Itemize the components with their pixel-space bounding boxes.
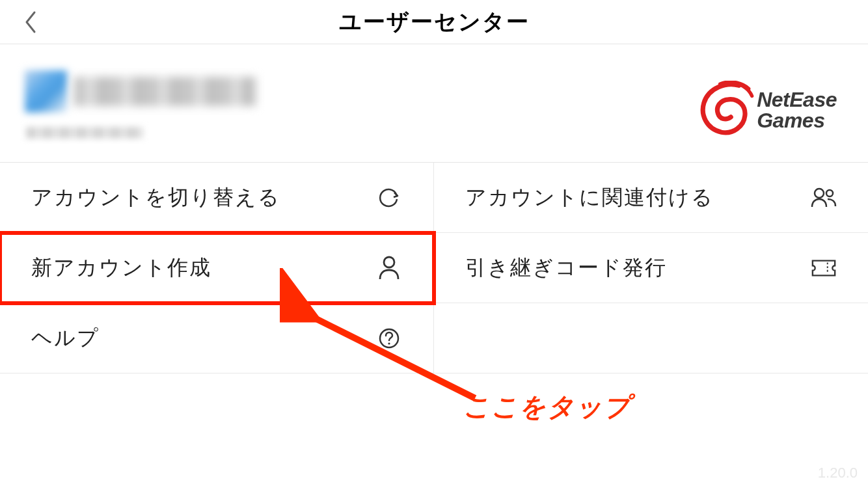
help-icon <box>376 325 402 351</box>
avatar <box>25 70 67 113</box>
logo-line2: Games <box>757 110 837 131</box>
menu-label: アカウントに関連付ける <box>465 183 714 212</box>
page-title: ユーザーセンター <box>339 7 530 37</box>
version-label: 1.20.0 <box>818 465 858 481</box>
person-icon <box>376 255 402 281</box>
user-section: NetEase Games <box>0 44 868 163</box>
ticket-icon <box>811 255 837 281</box>
empty-cell <box>434 303 868 373</box>
menu-new-account[interactable]: 新アカウント作成 <box>0 233 434 303</box>
menu-label: 引き継ぎコード発行 <box>465 254 667 282</box>
netease-logo: NetEase Games <box>697 81 837 139</box>
chevron-left-icon <box>24 10 37 34</box>
svg-point-1 <box>826 190 833 197</box>
svg-point-2 <box>384 257 394 267</box>
svg-point-5 <box>388 342 390 344</box>
menu-help[interactable]: ヘルプ <box>0 303 434 373</box>
annotation-text: ここをタップ <box>463 389 631 425</box>
users-icon <box>811 185 837 211</box>
menu-label: ヘルプ <box>31 324 100 353</box>
svg-point-0 <box>815 189 824 198</box>
menu-transfer-code[interactable]: 引き継ぎコード発行 <box>434 233 868 303</box>
menu-link-account[interactable]: アカウントに関連付ける <box>434 163 868 233</box>
netease-swirl-icon <box>697 81 755 139</box>
header: ユーザーセンター <box>0 0 868 44</box>
menu-grid: アカウントを切り替える アカウントに関連付ける 新アカウント作成 <box>0 163 868 373</box>
menu-label: 新アカウント作成 <box>31 254 211 282</box>
username-blurred <box>74 77 256 106</box>
refresh-icon <box>376 185 402 211</box>
back-button[interactable] <box>22 8 39 36</box>
user-id-blurred <box>26 127 143 139</box>
logo-line1: NetEase <box>757 89 837 110</box>
menu-switch-account[interactable]: アカウントを切り替える <box>0 163 434 233</box>
menu-label: アカウントを切り替える <box>31 183 280 212</box>
user-info <box>25 70 256 139</box>
logo-text: NetEase Games <box>757 89 837 131</box>
